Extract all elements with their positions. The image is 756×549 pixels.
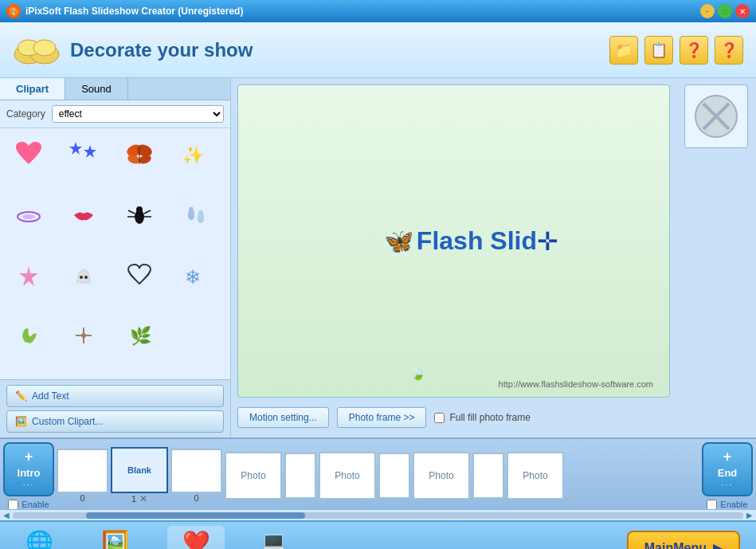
svg-point-13 [22,214,35,219]
film-num-row-0: 0 [80,493,84,503]
tab-clipart[interactable]: Clipart [0,78,65,100]
motion-setting-button[interactable]: Motion setting... [237,407,329,428]
end-section: + End ··· Enable [702,442,753,510]
svg-point-21 [84,276,88,279]
film-photo-text-9: Photo [523,470,547,481]
film-thumb-1[interactable]: Blank [111,447,168,493]
film-thumb-8[interactable] [472,453,504,499]
intro-enable-checkbox[interactable] [8,500,18,510]
info-button[interactable]: ❓ [715,36,743,65]
clipart-sparkle[interactable]: ✨ [172,135,217,175]
close-button[interactable]: ✕ [735,4,750,18]
category-row: Category effect nature holiday misc [0,100,230,128]
end-label: End [718,467,738,479]
film-item-4 [284,453,316,499]
settings-button[interactable]: 📋 [644,36,673,65]
end-button[interactable]: + End ··· [702,442,753,496]
main-menu-label: MainMenu [644,541,707,549]
preview-controls: Motion setting... Photo frame >> Full fi… [237,404,670,431]
photo-frame-button[interactable]: Photo frame >> [337,407,427,428]
clipart-ghost[interactable] [61,256,106,296]
film-item-8 [472,453,504,499]
clipart-heart[interactable] [6,135,51,175]
clipart-snowflake[interactable]: ❄ [172,256,217,296]
nav-photo[interactable]: 🌐 Photo [16,526,63,550]
category-select[interactable]: effect nature holiday misc [52,105,224,123]
film-thumb-9[interactable]: Photo [507,452,564,500]
film-thumb-7[interactable]: Photo [413,452,470,500]
clipart-heart2[interactable] [117,256,162,296]
custom-clipart-button[interactable]: 🖼️ Custom Clipart... [6,410,224,433]
tab-sound[interactable]: Sound [65,78,128,100]
clipart-ring[interactable] [6,195,51,235]
help-button[interactable]: ❓ [680,36,708,65]
clipart-misc3[interactable]: 🌿 [117,316,162,355]
clipart-butterfly[interactable] [117,135,162,175]
main-menu-arrow-icon: ▶ [713,541,723,550]
scrollbar-thumb[interactable] [86,512,305,519]
publish-nav-icon: 💻 [260,529,288,550]
clipart-stars[interactable] [61,135,106,175]
film-close-1[interactable]: ✕ [139,493,147,504]
template-nav-icon: 🖼️ [101,529,129,550]
svg-text:🌿: 🌿 [130,325,152,347]
center-panel: 🦋 Flash Slid ✛ 🍃 http://www.flashslidesh… [231,78,676,437]
svg-text:✨: ✨ [182,144,205,166]
film-num-0: 0 [80,493,84,503]
nav-publish[interactable]: 💻 Publish [249,526,300,550]
nav-decorate[interactable]: ❤️ Decorate [167,526,224,550]
full-fill-checkbox[interactable] [434,413,445,423]
end-enable-checkbox[interactable] [707,500,717,510]
film-item-0: 0 [57,449,108,503]
end-plus-icon: + [723,449,732,465]
clipart-pink-star[interactable] [6,256,51,296]
film-thumb-0[interactable] [57,449,108,493]
intro-button[interactable]: + Intro ··· [3,442,54,496]
clipart-bug[interactable] [117,195,162,235]
full-fill-label: Full fill photo frame [449,412,530,423]
film-num-2: 0 [194,493,198,503]
film-thumb-5[interactable]: Photo [319,452,376,500]
window-controls: − □ ✕ [700,4,750,18]
clipart-lips[interactable] [61,195,106,235]
film-thumb-2[interactable] [170,449,222,493]
main-menu-button[interactable]: MainMenu ▶ [627,531,740,549]
category-label: Category [6,108,45,120]
main-area: Clipart Sound Category effect nature hol… [0,78,756,437]
clipart-drops[interactable] [172,195,217,235]
scroll-right-arrow[interactable]: ▶ [746,511,753,520]
decorate-nav-icon: ❤️ [182,529,210,550]
minimize-button[interactable]: − [700,4,715,18]
bottom-nav: 🌐 Photo 🖼️ Template ❤️ Decorate 💻 Publis… [0,520,756,549]
intro-dots: ··· [23,480,34,489]
clipart-grid: ✨ [0,128,230,379]
film-photo-text-7: Photo [429,470,453,481]
intro-section: + Intro ··· Enable [3,442,54,510]
film-num-row-1: 1 ✕ [131,493,147,504]
left-panel: Clipart Sound Category effect nature hol… [0,78,231,437]
svg-text:❄: ❄ [185,266,201,288]
filmstrip-scrollbar[interactable]: ◀ ▶ [0,509,756,520]
clipart-misc2[interactable] [61,316,106,355]
add-text-button[interactable]: ✏️ Add Text [6,385,224,407]
panel-buttons: ✏️ Add Text 🖼️ Custom Clipart... [0,379,230,437]
film-thumb-4[interactable] [284,453,316,499]
film-thumb-3[interactable]: Photo [225,452,282,500]
folder-button[interactable]: 📁 [609,36,638,65]
scroll-left-arrow[interactable]: ◀ [3,511,10,520]
header: Decorate your show 📁 📋 ❓ ❓ [0,22,756,78]
scrollbar-track[interactable] [13,512,743,519]
add-text-label: Add Text [32,390,69,402]
maximize-button[interactable]: □ [718,4,732,18]
svg-line-16 [128,210,135,214]
header-toolbar: 📁 📋 ❓ ❓ [609,36,743,65]
move-cursor-icon: ✛ [537,226,558,257]
nav-template[interactable]: 🖼️ Template [87,526,143,550]
film-thumb-6[interactable] [378,453,410,499]
tab-bar: Clipart Sound [0,78,230,100]
leaf-decoration: 🍃 [410,366,426,381]
intro-plus-icon: + [25,449,33,465]
butterfly-clipart: 🦋 [384,227,413,255]
preview-content: 🦋 Flash Slid ✛ [384,226,558,257]
clipart-misc1[interactable] [6,316,51,355]
